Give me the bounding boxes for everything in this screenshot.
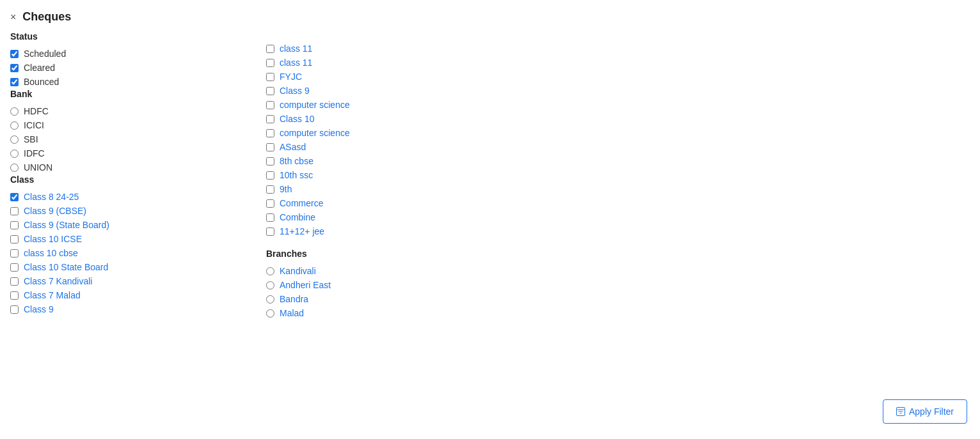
- asasd-checkbox[interactable]: [266, 143, 274, 151]
- class-10-stateboard-item[interactable]: Class 10 State Board: [10, 260, 241, 274]
- 11-12-jee-checkbox[interactable]: [266, 227, 274, 236]
- class-10-cbse-label[interactable]: class 10 cbse: [24, 248, 78, 258]
- 11-12-jee-item[interactable]: 11+12+ jee: [266, 224, 970, 238]
- bank-sbi-label[interactable]: SBI: [24, 134, 38, 144]
- class-11b-item[interactable]: class 11: [266, 56, 970, 70]
- computer-science-b-label[interactable]: computer science: [280, 128, 350, 138]
- fyjc-checkbox[interactable]: [266, 73, 274, 81]
- apply-filter-button[interactable]: Apply Filter: [883, 399, 967, 424]
- class-9r-checkbox[interactable]: [266, 87, 274, 95]
- class-8-24-25-checkbox[interactable]: [10, 193, 19, 201]
- class-7-malad-label[interactable]: Class 7 Malad: [24, 290, 81, 300]
- status-cleared-checkbox[interactable]: [10, 64, 19, 72]
- class-10-icse-label[interactable]: Class 10 ICSE: [24, 234, 82, 244]
- class-7-kandivali-label[interactable]: Class 7 Kandivali: [24, 276, 92, 286]
- 8th-cbse-label[interactable]: 8th cbse: [280, 156, 313, 166]
- branch-bandra-item[interactable]: Bandra: [266, 292, 970, 306]
- branch-malad-label[interactable]: Malad: [280, 308, 304, 318]
- bank-icici-label[interactable]: ICICI: [24, 120, 44, 130]
- branch-malad-item[interactable]: Malad: [266, 306, 970, 320]
- class-9-stateboard-checkbox[interactable]: [10, 221, 19, 229]
- class-7-kandivali-item[interactable]: Class 7 Kandivali: [10, 274, 241, 288]
- bank-union-radio[interactable]: [10, 164, 19, 172]
- class-9-cbse-item[interactable]: Class 9 (CBSE): [10, 204, 241, 218]
- bank-hdfc-radio[interactable]: [10, 107, 19, 116]
- 8th-cbse-item[interactable]: 8th cbse: [266, 154, 970, 168]
- status-scheduled-label[interactable]: Scheduled: [24, 49, 66, 59]
- class-9-stateboard-label[interactable]: Class 9 (State Board): [24, 220, 109, 230]
- commerce-checkbox[interactable]: [266, 199, 274, 208]
- class-10-cbse-checkbox[interactable]: [10, 249, 19, 258]
- bank-hdfc-item[interactable]: HDFC: [10, 104, 241, 118]
- status-bounced-label[interactable]: Bounced: [24, 77, 59, 87]
- bank-idfc-radio[interactable]: [10, 150, 19, 158]
- class-9-checkbox[interactable]: [10, 305, 19, 314]
- class-9-cbse-label[interactable]: Class 9 (CBSE): [24, 206, 86, 216]
- class-9-cbse-checkbox[interactable]: [10, 207, 19, 215]
- 9th-item[interactable]: 9th: [266, 182, 970, 196]
- branch-andheri-east-label[interactable]: Andheri East: [280, 280, 331, 290]
- class-9r-item[interactable]: Class 9: [266, 84, 970, 98]
- class-10-cbse-item[interactable]: class 10 cbse: [10, 246, 241, 260]
- bank-icici-radio[interactable]: [10, 121, 19, 130]
- branch-andheri-east-item[interactable]: Andheri East: [266, 278, 970, 292]
- bank-icici-item[interactable]: ICICI: [10, 118, 241, 132]
- 9th-label[interactable]: 9th: [280, 184, 292, 194]
- class-10r-item[interactable]: Class 10: [266, 112, 970, 126]
- class-11b-label[interactable]: class 11: [280, 58, 312, 68]
- branch-kandivali-radio[interactable]: [266, 267, 274, 275]
- class-9-label[interactable]: Class 9: [24, 304, 54, 314]
- bank-union-label[interactable]: UNION: [24, 162, 52, 173]
- commerce-item[interactable]: Commerce: [266, 196, 970, 210]
- status-cleared-item[interactable]: Cleared: [10, 61, 241, 75]
- class-10r-label[interactable]: Class 10: [280, 114, 314, 124]
- class-10-icse-checkbox[interactable]: [10, 235, 19, 243]
- bank-sbi-radio[interactable]: [10, 135, 19, 144]
- class-10-icse-item[interactable]: Class 10 ICSE: [10, 232, 241, 246]
- close-icon[interactable]: ×: [10, 12, 16, 23]
- class-11a-checkbox[interactable]: [266, 45, 274, 53]
- branch-kandivali-item[interactable]: Kandivali: [266, 264, 970, 278]
- computer-science-a-checkbox[interactable]: [266, 101, 274, 109]
- status-bounced-item[interactable]: Bounced: [10, 75, 241, 89]
- fyjc-item[interactable]: FYJC: [266, 70, 970, 84]
- branch-kandivali-label[interactable]: Kandivali: [280, 266, 316, 276]
- computer-science-a-label[interactable]: computer science: [280, 100, 350, 110]
- computer-science-b-item[interactable]: computer science: [266, 126, 970, 140]
- 11-12-jee-label[interactable]: 11+12+ jee: [280, 226, 324, 236]
- class-10-stateboard-checkbox[interactable]: [10, 263, 19, 272]
- bank-idfc-item[interactable]: IDFC: [10, 146, 241, 160]
- class-10r-checkbox[interactable]: [266, 115, 274, 123]
- status-scheduled-item[interactable]: Scheduled: [10, 47, 241, 61]
- class-8-24-25-label[interactable]: Class 8 24-25: [24, 192, 79, 202]
- 10th-ssc-item[interactable]: 10th ssc: [266, 168, 970, 182]
- class-7-malad-checkbox[interactable]: [10, 291, 19, 300]
- combine-item[interactable]: Combine: [266, 210, 970, 224]
- branch-andheri-east-radio[interactable]: [266, 281, 274, 289]
- computer-science-a-item[interactable]: computer science: [266, 98, 970, 112]
- branch-bandra-radio[interactable]: [266, 295, 274, 304]
- class-9r-label[interactable]: Class 9: [280, 86, 310, 96]
- combine-checkbox[interactable]: [266, 213, 274, 222]
- computer-science-b-checkbox[interactable]: [266, 129, 274, 137]
- class-11a-item[interactable]: class 11: [266, 42, 970, 56]
- status-cleared-label[interactable]: Cleared: [24, 63, 55, 73]
- class-9-stateboard-item[interactable]: Class 9 (State Board): [10, 218, 241, 232]
- 9th-checkbox[interactable]: [266, 185, 274, 194]
- status-scheduled-checkbox[interactable]: [10, 50, 19, 58]
- asasd-label[interactable]: ASasd: [280, 142, 306, 152]
- class-10-stateboard-label[interactable]: Class 10 State Board: [24, 262, 108, 272]
- asasd-item[interactable]: ASasd: [266, 140, 970, 154]
- class-7-malad-item[interactable]: Class 7 Malad: [10, 288, 241, 302]
- 10th-ssc-label[interactable]: 10th ssc: [280, 170, 313, 180]
- class-11b-checkbox[interactable]: [266, 59, 274, 67]
- bank-union-item[interactable]: UNION: [10, 160, 241, 174]
- class-8-24-25-item[interactable]: Class 8 24-25: [10, 190, 241, 204]
- bank-sbi-item[interactable]: SBI: [10, 132, 241, 146]
- status-bounced-checkbox[interactable]: [10, 78, 19, 86]
- combine-label[interactable]: Combine: [280, 212, 315, 222]
- 10th-ssc-checkbox[interactable]: [266, 171, 274, 180]
- fyjc-label[interactable]: FYJC: [280, 72, 302, 82]
- class-9-item[interactable]: Class 9: [10, 302, 241, 316]
- class-7-kandivali-checkbox[interactable]: [10, 277, 19, 286]
